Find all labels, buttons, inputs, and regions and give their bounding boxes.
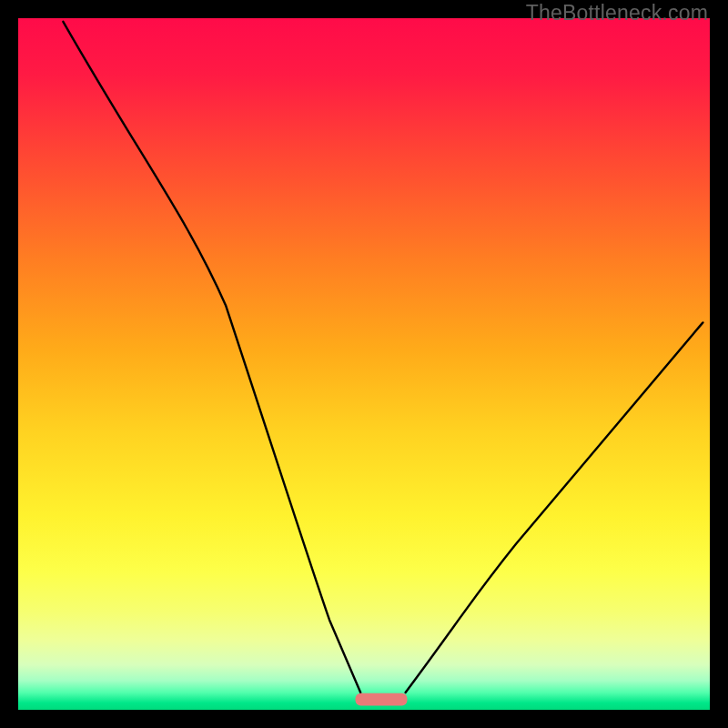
optimum-marker: [356, 693, 408, 706]
plot-area: [18, 18, 710, 710]
plot-svg: [18, 18, 710, 710]
watermark-text: TheBottleneck.com: [526, 1, 708, 25]
chart-frame: TheBottleneck.com: [0, 0, 728, 728]
